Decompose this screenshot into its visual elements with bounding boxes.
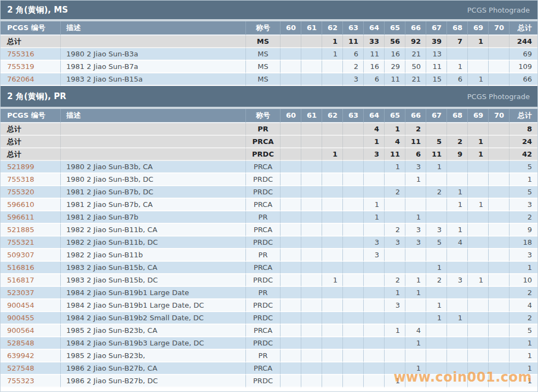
col-header-pcgs-number: PCGS 编号 — [1, 109, 61, 123]
grade-61-count — [301, 73, 322, 86]
pcgs-number-link[interactable]: 528548 — [7, 339, 35, 347]
grade-63-total-count — [343, 148, 364, 161]
coin-description: 1981 2 Jiao Sun-B7a — [61, 61, 246, 73]
grade-61-count — [301, 325, 322, 337]
grade-68-count: 1 — [447, 224, 468, 237]
grade-64-count — [364, 312, 385, 325]
grade-70-total-count — [489, 36, 510, 48]
grade-61-total-count — [301, 36, 322, 48]
grade-62-count — [322, 312, 343, 325]
grade-64-count — [364, 274, 385, 287]
grade-68-count: 6 — [447, 73, 468, 86]
pcgs-photograde-link[interactable]: PCGS Photograde — [467, 93, 530, 101]
grade-60-count — [281, 262, 301, 274]
empty-cell — [61, 36, 246, 48]
pcgs-number-link[interactable]: 755323 — [7, 377, 35, 385]
pcgs-number-link[interactable]: 516816 — [7, 263, 35, 272]
grade-65-count: 11 — [385, 73, 405, 86]
pcgs-number-link[interactable]: 596611 — [7, 213, 35, 221]
total-row: 总计MS1113356923971244 — [1, 36, 538, 48]
pcgs-number-cell: 762064 — [1, 73, 61, 86]
grade-60-count — [281, 325, 301, 337]
designation-label: PRDC — [246, 299, 281, 312]
grade-69-count — [468, 262, 489, 274]
grade-69-count: 1 — [468, 274, 489, 287]
total-row: 总计PRCA141152124 — [1, 136, 538, 148]
pcgs-number-link[interactable]: 755321 — [7, 238, 35, 246]
pcgs-number-link[interactable]: 521899 — [7, 163, 35, 171]
pcgs-number-link[interactable]: 521885 — [7, 226, 35, 234]
pcgs-number-link[interactable]: 755320 — [7, 188, 35, 196]
pcgs-number-link[interactable]: 755318 — [7, 175, 35, 183]
grade-62-count — [322, 325, 343, 337]
pcgs-number-link[interactable]: 527548 — [7, 364, 35, 372]
grade-60-count — [281, 274, 301, 287]
grade-68-count — [447, 325, 468, 337]
grade-70-count — [489, 161, 510, 174]
grade-63-count — [343, 337, 364, 350]
designation-label: PRCA — [246, 224, 281, 237]
grade-60-count — [281, 249, 301, 262]
pcgs-number-link[interactable]: 639942 — [7, 351, 35, 360]
pcgs-number-link[interactable]: 509307 — [7, 251, 35, 259]
grade-60-total-count — [281, 136, 301, 148]
grade-69-count — [468, 337, 489, 350]
total-row: 总计PR4128 — [1, 123, 538, 136]
row-total: 1 — [510, 174, 538, 186]
grade-65-count — [385, 362, 405, 375]
grade-66-count: 4 — [405, 325, 426, 337]
grade-60-count — [281, 337, 301, 350]
col-header-total: 总计 — [510, 109, 538, 123]
grade-69-total-count: 1 — [468, 136, 489, 148]
col-header-grade-61: 61 — [301, 109, 322, 123]
coin-description: 1980 2 Jiao Sun-B3b, DC — [61, 174, 246, 186]
grade-61-count — [301, 249, 322, 262]
coin-description: 1984 2 Jiao Sun-B19b1 Large Date, DC — [61, 299, 246, 312]
grade-66-count: 1 — [405, 274, 426, 287]
grade-65-total-count: 4 — [385, 136, 405, 148]
col-header-grade-62: 62 — [322, 109, 343, 123]
grade-69-count: 1 — [468, 73, 489, 86]
pcgs-number-link[interactable]: 762064 — [7, 75, 35, 83]
grade-70-count — [489, 186, 510, 199]
designation-label: PRDC — [246, 274, 281, 287]
grade-66-count — [405, 249, 426, 262]
col-header-grade-65: 65 — [385, 21, 405, 36]
pcgs-number-link[interactable]: 900564 — [7, 326, 35, 335]
grade-68-count: 4 — [447, 237, 468, 249]
grade-61-count — [301, 299, 322, 312]
col-header-grade-64: 64 — [364, 109, 385, 123]
grade-70-total-count — [489, 136, 510, 148]
grade-62-count — [322, 224, 343, 237]
pcgs-number-link[interactable]: 523037 — [7, 289, 35, 297]
pcgs-photograde-link[interactable]: PCGS Photograde — [467, 6, 530, 14]
col-header-grade-65: 65 — [385, 109, 405, 123]
grade-65-total-count: 56 — [385, 36, 405, 48]
pcgs-number-link[interactable]: 516817 — [7, 276, 35, 284]
coin-row: 5966101981 2 Jiao Sun-B7b, CAPRCA1113 — [1, 199, 538, 211]
grade-65-count — [385, 211, 405, 224]
pcgs-number-link[interactable]: 755319 — [7, 62, 35, 71]
pcgs-number-link[interactable]: 900455 — [7, 314, 35, 322]
pcgs-number-cell: 596610 — [1, 199, 61, 211]
grade-68-total-count — [447, 123, 468, 136]
grade-66-count — [405, 350, 426, 362]
pcgs-number-link[interactable]: 900454 — [7, 301, 35, 309]
grade-66-count — [405, 186, 426, 199]
grade-65-count: 2 — [385, 274, 405, 287]
pcgs-number-link[interactable]: 596610 — [7, 200, 35, 209]
grade-61-count — [301, 186, 322, 199]
row-total: 1 — [510, 362, 538, 375]
grade-66-count: 3 — [405, 161, 426, 174]
grade-65-total-count: 11 — [385, 148, 405, 161]
row-total: 1 — [510, 337, 538, 350]
row-total: 8 — [510, 123, 538, 136]
pcgs-number-link[interactable]: 755316 — [7, 50, 35, 58]
grade-64-count — [364, 161, 385, 174]
grade-68-count — [447, 350, 468, 362]
designation-label: PR — [246, 350, 281, 362]
grade-60-count — [281, 312, 301, 325]
grade-67-count — [426, 211, 447, 224]
grade-64-count — [364, 186, 385, 199]
grade-63-count — [343, 161, 364, 174]
